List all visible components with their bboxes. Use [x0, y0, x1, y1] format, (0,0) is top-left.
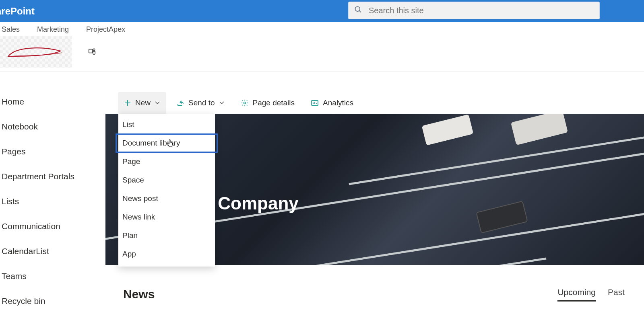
send-to-label: Send to	[188, 98, 215, 107]
nav-link-marketing[interactable]: Marketing	[37, 25, 69, 33]
menu-item-document-library[interactable]: Document library	[116, 134, 217, 152]
app-title: arePoint	[0, 6, 35, 17]
nav-lists[interactable]: Lists	[2, 192, 105, 211]
cursor-pointer-icon	[167, 139, 174, 148]
nav-notebook[interactable]: Notebook	[2, 117, 105, 136]
chevron-down-icon	[219, 98, 225, 107]
top-nav: Sales Marketing ProjectApex	[0, 22, 644, 34]
hero-title: r Company	[206, 193, 299, 213]
search-box[interactable]	[348, 2, 600, 19]
decorative-car	[476, 201, 528, 233]
page-details-button[interactable]: Page details	[235, 92, 301, 114]
svg-rect-2	[89, 49, 93, 53]
nav-department-portals[interactable]: Department Portals	[2, 167, 105, 186]
svg-point-0	[355, 7, 360, 12]
suite-bar: arePoint	[0, 0, 644, 22]
nav-home[interactable]: Home	[2, 92, 105, 111]
menu-item-page[interactable]: Page	[118, 152, 215, 171]
gear-icon	[241, 99, 249, 107]
svg-point-6	[244, 102, 246, 104]
nav-communication[interactable]: Communication	[2, 217, 105, 236]
decorative-stripe	[228, 257, 547, 265]
main-region: New Send to Page details	[105, 92, 644, 316]
page-details-label: Page details	[253, 98, 295, 107]
plus-icon	[124, 99, 131, 107]
search-input[interactable]	[369, 6, 594, 15]
analytics-button[interactable]: Analytics	[305, 92, 359, 114]
news-section: News Upcoming Past	[105, 287, 644, 302]
nav-recycle-bin[interactable]: Recycle bin	[2, 291, 105, 311]
nav-link-sales[interactable]: Sales	[2, 25, 20, 33]
menu-item-list[interactable]: List	[118, 115, 215, 134]
menu-item-app[interactable]: App	[118, 245, 215, 263]
new-menu-dropdown: List Document library Page Space News po…	[118, 114, 215, 267]
new-button-label: New	[135, 98, 151, 107]
svg-point-3	[93, 49, 95, 50]
decorative-car	[422, 114, 474, 146]
command-bar: New Send to Page details	[105, 92, 644, 114]
nav-teams[interactable]: Teams	[2, 267, 105, 286]
site-logo[interactable]	[0, 36, 72, 68]
nav-calendarlist[interactable]: CalendarList	[2, 242, 105, 261]
news-tabs: Upcoming Past	[557, 287, 625, 302]
site-header	[0, 34, 644, 72]
car-logo-icon	[4, 45, 68, 59]
share-arrow-icon	[176, 99, 184, 107]
analytics-icon	[311, 99, 319, 107]
chevron-down-icon	[155, 98, 160, 107]
decorative-car	[511, 114, 568, 145]
analytics-label: Analytics	[323, 98, 353, 107]
nav-link-projectapex[interactable]: ProjectApex	[86, 25, 125, 33]
tab-upcoming[interactable]: Upcoming	[557, 287, 596, 302]
new-button[interactable]: New	[118, 92, 166, 114]
menu-item-news-post[interactable]: News post	[118, 189, 215, 208]
nav-pages[interactable]: Pages	[2, 142, 105, 161]
tab-past[interactable]: Past	[608, 287, 625, 302]
content-area: Home Notebook Pages Department Portals L…	[0, 92, 644, 316]
teams-icon[interactable]	[72, 47, 97, 57]
send-to-button[interactable]: Send to	[171, 92, 230, 114]
search-icon	[354, 6, 369, 15]
left-nav: Home Notebook Pages Department Portals L…	[0, 92, 105, 316]
svg-line-1	[359, 11, 361, 12]
menu-item-news-link[interactable]: News link	[118, 208, 215, 226]
menu-item-space[interactable]: Space	[118, 171, 215, 189]
news-heading: News	[123, 287, 155, 301]
menu-item-plan[interactable]: Plan	[118, 226, 215, 245]
